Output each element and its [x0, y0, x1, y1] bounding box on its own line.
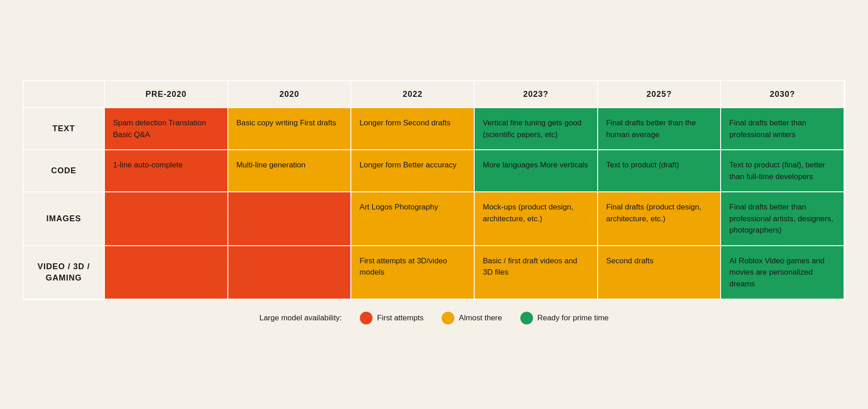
legend-label-2: Ready for prime time — [538, 314, 609, 323]
corner-cell — [24, 81, 105, 108]
cell-r0-c5: Final drafts better than professional wr… — [721, 108, 844, 150]
legend-dot-2 — [520, 312, 533, 324]
cell-r2-c1 — [228, 192, 352, 246]
cell-r0-c1: Basic copy writing First drafts — [228, 108, 352, 150]
cell-r3-c5: AI Roblox Video games and movies are per… — [721, 246, 844, 300]
cell-r3-c1 — [228, 246, 352, 300]
row-label-3: VIDEO / 3D / GAMING — [24, 246, 105, 300]
legend-item-1: Almost there — [442, 312, 502, 324]
cell-r1-c0: 1-line auto-complete — [105, 150, 228, 192]
legend-dot-1 — [442, 312, 454, 324]
legend-label-0: First attempts — [377, 314, 424, 323]
cell-r2-c4: Final drafts (product design, architectu… — [598, 192, 722, 246]
header-col-2: 2022 — [351, 81, 475, 108]
cell-r2-c0 — [105, 192, 228, 246]
legend-item-0: First attempts — [360, 312, 424, 324]
legend-dot-0 — [360, 312, 373, 324]
cell-r3-c4: Second drafts — [598, 246, 722, 300]
row-label-0: TEXT — [24, 108, 105, 150]
cell-r2-c3: Mock-ups (product design, architecture, … — [475, 192, 598, 246]
cell-r1-c1: Multi-line generation — [228, 150, 352, 192]
cell-r0-c4: Final drafts better than the human avera… — [598, 108, 722, 150]
header-col-5: 2030? — [721, 81, 844, 108]
cell-r3-c2: First attempts at 3D/video models — [351, 246, 475, 300]
cell-r0-c3: Vertical fine tuning gets good (scientif… — [475, 108, 598, 150]
cell-r1-c3: More languages More verticals — [475, 150, 598, 192]
header-col-0: PRE-2020 — [105, 81, 228, 108]
header-col-3: 2023? — [475, 81, 598, 108]
header-col-1: 2020 — [228, 81, 352, 108]
cell-r1-c2: Longer form Better accuracy — [351, 150, 475, 192]
cell-r1-c4: Text to product (draft) — [598, 150, 722, 192]
legend-item-2: Ready for prime time — [520, 312, 609, 324]
cell-r2-c5: Final drafts better than professional ar… — [721, 192, 844, 246]
cell-r0-c2: Longer form Second drafts — [351, 108, 475, 150]
legend-title: Large model availability: — [259, 314, 342, 323]
main-container: PRE-2020202020222023?2025?2030?TEXTSpam … — [23, 80, 845, 329]
header-col-4: 2025? — [598, 81, 722, 108]
cell-r3-c3: Basic / first draft videos and 3D files — [475, 246, 598, 300]
cell-r3-c0 — [105, 246, 228, 300]
cell-r1-c5: Text to product (final), better than ful… — [721, 150, 844, 192]
legend: Large model availability: First attempts… — [23, 300, 845, 329]
row-label-2: IMAGES — [24, 192, 105, 246]
capability-grid: PRE-2020202020222023?2025?2030?TEXTSpam … — [23, 80, 845, 300]
legend-label-1: Almost there — [459, 314, 502, 323]
cell-r2-c2: Art Logos Photography — [351, 192, 475, 246]
row-label-1: CODE — [24, 150, 105, 192]
cell-r0-c0: Spam detection Translation Basic Q&A — [105, 108, 228, 150]
